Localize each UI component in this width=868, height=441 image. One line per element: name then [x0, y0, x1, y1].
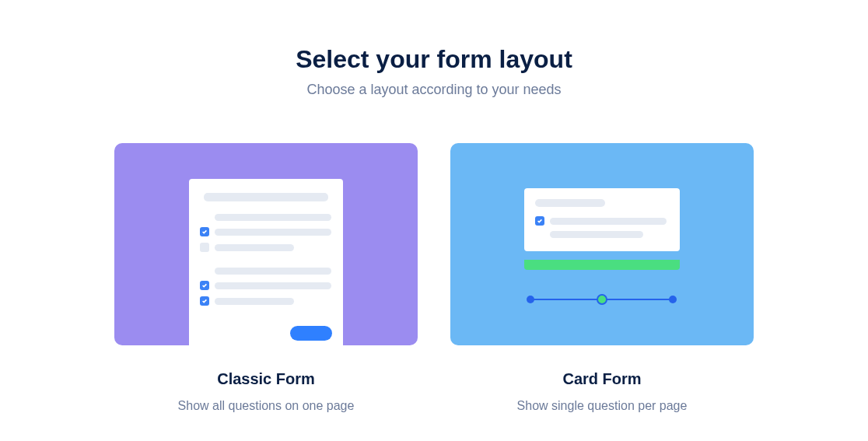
checkbox-checked-icon [200, 281, 209, 290]
card-option-description: Show single question per page [517, 399, 688, 413]
submit-button-mock [290, 326, 332, 341]
layout-option-card[interactable]: Card Form Show single question per page [450, 143, 754, 413]
classic-preview-illustration [114, 143, 418, 345]
card-preview-illustration [450, 143, 754, 345]
checkbox-unchecked-icon [200, 243, 209, 252]
progress-bar-mock [524, 260, 680, 270]
checkbox-checked-icon [535, 216, 544, 226]
card-option-title: Card Form [562, 370, 641, 388]
classic-option-description: Show all questions on one page [178, 399, 355, 413]
layout-option-classic[interactable]: Classic Form Show all questions on one p… [114, 143, 418, 413]
page-subtitle: Choose a layout according to your needs [306, 82, 561, 98]
classic-form-mock [189, 179, 343, 345]
checkbox-checked-icon [200, 296, 209, 306]
classic-option-title: Classic Form [217, 370, 315, 388]
page-title: Select your form layout [296, 45, 572, 74]
checkbox-checked-icon [200, 227, 209, 236]
stepper-icon [526, 294, 677, 305]
card-form-mock [524, 188, 680, 251]
layout-options-row: Classic Form Show all questions on one p… [114, 143, 754, 413]
